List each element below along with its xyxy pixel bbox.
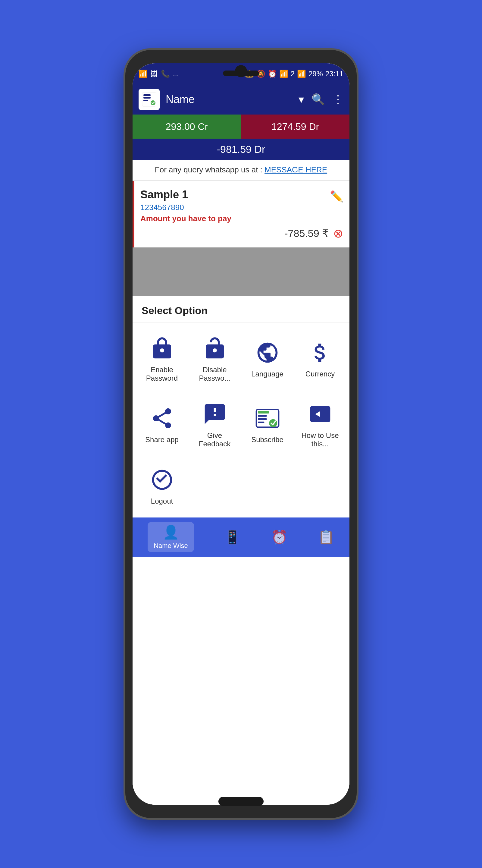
option-language[interactable]: Language (241, 329, 294, 389)
svg-rect-1 (143, 94, 151, 96)
app-logo (138, 89, 160, 110)
search-icon[interactable]: 🔍 (312, 93, 325, 106)
clock-icon: ⏰ (268, 70, 277, 78)
home-button[interactable] (218, 797, 264, 806)
currency-label: Currency (306, 370, 335, 378)
app-header: Name ▾ 🔍 ⋮ (133, 84, 349, 115)
subscribe-icon (254, 405, 281, 432)
query-bar: For any query whatsapp us at : MESSAGE H… (133, 160, 349, 180)
lock-open-icon (201, 335, 228, 362)
option-disable-password[interactable]: Disable Passwo... (188, 329, 241, 389)
enable-password-label: Enable Password (138, 366, 185, 382)
speaker (223, 70, 259, 76)
option-logout[interactable]: Logout (135, 460, 188, 512)
video-icon (307, 401, 334, 428)
option-currency[interactable]: Currency (294, 329, 347, 389)
credit-balance: 293.00 Cr (133, 115, 241, 138)
contact-phone: 1234567890 (140, 203, 231, 212)
option-subscribe[interactable]: Subscribe (241, 395, 294, 454)
nav-item-name-wise[interactable]: 👤 Name Wise (148, 522, 194, 552)
nav-item-4[interactable]: 📋 (318, 529, 334, 545)
dropdown-icon[interactable]: ▾ (298, 93, 304, 106)
svg-rect-6 (258, 411, 269, 413)
svg-rect-8 (258, 418, 267, 420)
nav-name-wise-label: Name Wise (154, 542, 188, 550)
svg-rect-9 (258, 422, 264, 423)
option-share-app[interactable]: Share app (135, 395, 188, 454)
bottom-nav: 👤 Name Wise 📱 ⏰ 📋 (133, 518, 349, 557)
backdrop (133, 247, 349, 296)
option-give-feedback[interactable]: Give Feedback (188, 395, 241, 454)
lock-icon (149, 335, 175, 362)
nav-item2-icon: 📱 (224, 529, 241, 545)
option-enable-password[interactable]: Enable Password (135, 329, 188, 389)
options-row-3: Logout (133, 460, 349, 518)
status-left-icons: 📶 🖼 📞 ... (138, 70, 179, 78)
options-row-1: Enable Password Disable Passwo... (133, 323, 349, 395)
svg-point-10 (269, 419, 277, 427)
logout-icon (149, 466, 175, 493)
nav-item-3[interactable]: ⏰ (271, 529, 288, 545)
share-app-label: Share app (145, 435, 179, 444)
balance-row: 293.00 Cr 1274.59 Dr (133, 115, 349, 138)
svg-rect-2 (143, 97, 151, 98)
nav-item4-icon: 📋 (318, 529, 334, 545)
feedback-icon (201, 401, 228, 428)
contact-amount: -785.59 ₹ (284, 227, 329, 239)
debit-balance: 1274.59 Dr (241, 115, 349, 138)
status-right-icons: 🔔 🔕 ⏰ 📶 2 📶 29% 23:11 (245, 70, 344, 78)
language-label: Language (251, 370, 284, 378)
disable-password-label: Disable Passwo... (191, 366, 238, 382)
contact-close-icon[interactable]: ⊗ (333, 226, 344, 240)
logout-label: Logout (151, 497, 173, 505)
wifi2-icon: 📶 (279, 70, 288, 78)
balance-section: 293.00 Cr 1274.59 Dr -981.59 Dr (133, 115, 349, 160)
more-menu-icon[interactable]: ⋮ (332, 93, 344, 106)
share-icon (149, 405, 175, 432)
bottom-sheet: Select Option Enable Password (133, 296, 349, 805)
contact-status: Amount you have to pay (140, 214, 231, 223)
bottom-sheet-title: Select Option (133, 296, 349, 323)
give-feedback-label: Give Feedback (191, 431, 238, 448)
call-icon: 📞 (161, 70, 170, 78)
dollar-icon (307, 339, 334, 366)
nav-item-2[interactable]: 📱 (224, 529, 241, 545)
battery-text: 29% (309, 70, 323, 78)
whatsapp-link[interactable]: MESSAGE HERE (264, 165, 327, 174)
nav-item3-icon: ⏰ (271, 529, 288, 545)
screen-content: 📶 🖼 📞 ... 🔔 🔕 ⏰ 📶 2 📶 29% 23:11 (133, 63, 349, 805)
notif-count: 2 (291, 70, 295, 78)
phone-device: 📶 🖼 📞 ... 🔔 🔕 ⏰ 📶 2 📶 29% 23:11 (124, 48, 358, 820)
edit-icon[interactable]: ✏️ (330, 190, 344, 203)
svg-rect-7 (258, 415, 267, 416)
header-icons: ▾ 🔍 ⋮ (298, 93, 344, 106)
how-to-use-label: How to Use this... (297, 431, 344, 448)
app-title: Name (166, 93, 292, 106)
phone-screen: 📶 🖼 📞 ... 🔔 🔕 ⏰ 📶 2 📶 29% 23:11 (133, 63, 349, 805)
more-dots: ... (173, 70, 179, 78)
contact-amount-row: -785.59 ₹ ⊗ (140, 226, 344, 240)
contact-name: Sample 1 (140, 188, 231, 201)
signal-icon: 📶 (297, 70, 306, 78)
time-text: 23:11 (325, 70, 344, 78)
image-icon: 🖼 (151, 70, 158, 78)
total-balance: -981.59 Dr (133, 138, 349, 160)
wifi-icon: 📶 (138, 70, 148, 78)
contact-item[interactable]: Sample 1 1234567890 Amount you have to p… (133, 181, 349, 247)
option-how-to-use[interactable]: How to Use this... (294, 395, 347, 454)
subscribe-label: Subscribe (251, 435, 284, 444)
options-row-2: Share app Give Feedback (133, 395, 349, 460)
globe-icon (254, 339, 281, 366)
svg-point-4 (151, 100, 155, 105)
svg-rect-3 (143, 100, 148, 101)
nav-name-wise-icon: 👤 (163, 524, 179, 540)
